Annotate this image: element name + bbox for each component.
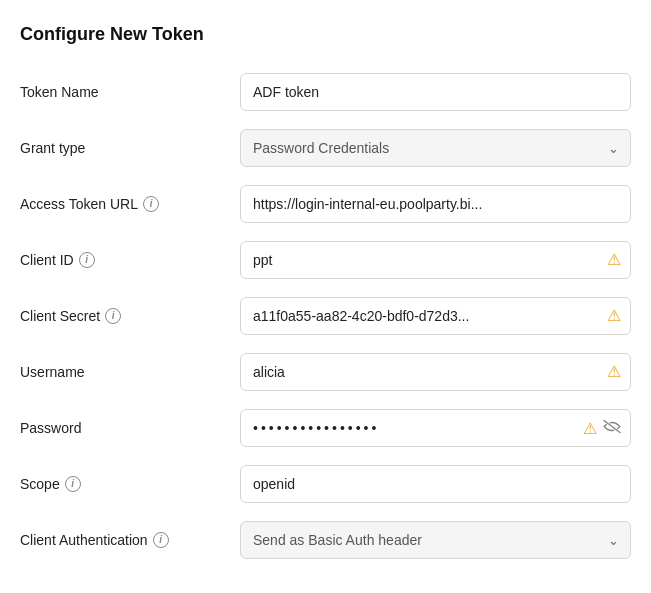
scope-info-icon: i <box>65 476 81 492</box>
scope-input[interactable] <box>240 465 631 503</box>
username-warning-icon: ⚠ <box>607 364 621 380</box>
client-id-icons: ⚠ <box>607 252 621 268</box>
client-secret-row: Client Secret i ⚠ <box>20 297 631 335</box>
scope-row: Scope i <box>20 465 631 503</box>
password-input[interactable] <box>240 409 631 447</box>
scope-control <box>240 465 631 503</box>
page-title: Configure New Token <box>20 24 631 45</box>
password-eye-icon[interactable] <box>603 420 621 437</box>
client-auth-label: Client Authentication i <box>20 532 240 548</box>
grant-type-select[interactable]: Password Credentials Client Credentials … <box>240 129 631 167</box>
client-secret-warning-icon: ⚠ <box>607 308 621 324</box>
access-token-url-row: Access Token URL i <box>20 185 631 223</box>
client-id-info-icon: i <box>79 252 95 268</box>
scope-label: Scope i <box>20 476 240 492</box>
client-auth-select[interactable]: Send as Basic Auth header Send as Body <box>240 521 631 559</box>
username-label: Username <box>20 364 240 380</box>
client-id-row: Client ID i ⚠ <box>20 241 631 279</box>
username-row: Username ⚠ <box>20 353 631 391</box>
access-token-url-info-icon: i <box>143 196 159 212</box>
client-secret-wrapper: ⚠ <box>240 297 631 335</box>
token-name-label: Token Name <box>20 84 240 100</box>
grant-type-row: Grant type Password Credentials Client C… <box>20 129 631 167</box>
client-secret-label: Client Secret i <box>20 308 240 324</box>
client-secret-control: ⚠ <box>240 297 631 335</box>
token-name-control <box>240 73 631 111</box>
password-label: Password <box>20 420 240 436</box>
password-warning-icon: ⚠ <box>583 420 597 436</box>
client-auth-info-icon: i <box>153 532 169 548</box>
client-secret-info-icon: i <box>105 308 121 324</box>
username-icons: ⚠ <box>607 364 621 380</box>
grant-type-select-wrapper: Password Credentials Client Credentials … <box>240 129 631 167</box>
access-token-url-label: Access Token URL i <box>20 196 240 212</box>
access-token-url-control <box>240 185 631 223</box>
client-auth-row: Client Authentication i Send as Basic Au… <box>20 521 631 559</box>
client-id-input[interactable] <box>240 241 631 279</box>
client-auth-control: Send as Basic Auth header Send as Body ⌄ <box>240 521 631 559</box>
password-icons: ⚠ <box>583 420 621 437</box>
client-secret-input[interactable] <box>240 297 631 335</box>
grant-type-label: Grant type <box>20 140 240 156</box>
client-id-wrapper: ⚠ <box>240 241 631 279</box>
grant-type-control: Password Credentials Client Credentials … <box>240 129 631 167</box>
client-secret-icons: ⚠ <box>607 308 621 324</box>
username-wrapper: ⚠ <box>240 353 631 391</box>
token-name-input[interactable] <box>240 73 631 111</box>
client-id-control: ⚠ <box>240 241 631 279</box>
client-id-label: Client ID i <box>20 252 240 268</box>
password-wrapper: ⚠ <box>240 409 631 447</box>
access-token-url-input[interactable] <box>240 185 631 223</box>
client-auth-select-wrapper: Send as Basic Auth header Send as Body ⌄ <box>240 521 631 559</box>
username-input[interactable] <box>240 353 631 391</box>
password-control: ⚠ <box>240 409 631 447</box>
username-control: ⚠ <box>240 353 631 391</box>
token-name-row: Token Name <box>20 73 631 111</box>
client-id-warning-icon: ⚠ <box>607 252 621 268</box>
password-row: Password ⚠ <box>20 409 631 447</box>
